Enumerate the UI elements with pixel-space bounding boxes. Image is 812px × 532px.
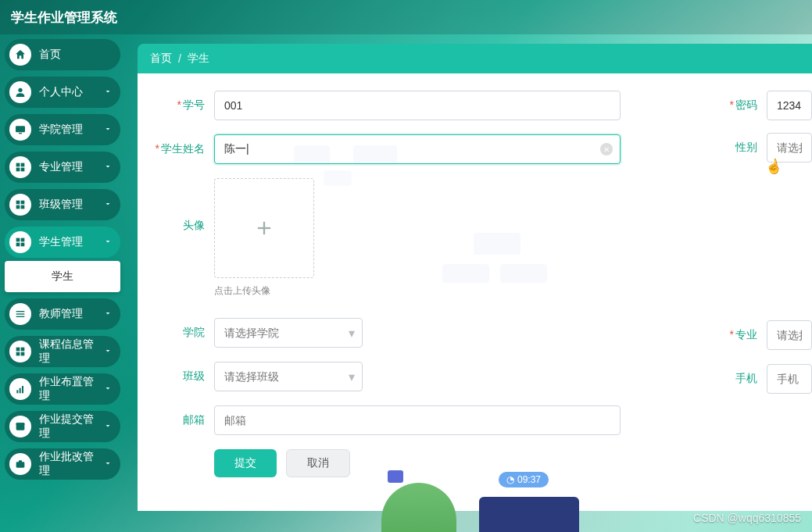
chevron-down-icon bbox=[103, 198, 113, 211]
sidebar-item-label: 学院管理 bbox=[39, 123, 83, 137]
bars-icon bbox=[9, 378, 31, 400]
sidebar-item-home[interactable]: 首页 bbox=[5, 39, 120, 70]
grid-icon bbox=[9, 231, 31, 253]
home-icon bbox=[9, 44, 31, 66]
svg-rect-26 bbox=[16, 423, 25, 425]
label-college: 学院 bbox=[138, 326, 214, 340]
decor-block bbox=[294, 145, 330, 164]
avatar-upload[interactable] bbox=[214, 178, 314, 278]
plus-icon bbox=[253, 217, 275, 239]
sidebar-item-assign[interactable]: 作业布置管理 bbox=[5, 373, 120, 405]
menu-icon bbox=[9, 303, 31, 325]
svg-rect-10 bbox=[21, 205, 25, 209]
sidebar-subitem-student[interactable]: 学生 bbox=[5, 261, 120, 292]
label-student-id: *学号 bbox=[138, 98, 214, 112]
svg-rect-16 bbox=[16, 313, 25, 314]
decor-block bbox=[353, 145, 397, 164]
sidebar-item-label: 作业布置管理 bbox=[39, 375, 95, 403]
sidebar-item-course[interactable]: 课程信息管理 bbox=[5, 336, 120, 367]
svg-rect-21 bbox=[21, 352, 25, 356]
watermark: CSDN @wqq6310855 bbox=[693, 512, 801, 524]
svg-rect-1 bbox=[16, 126, 25, 132]
case-icon bbox=[9, 453, 31, 475]
sidebar-item-submit[interactable]: 作业提交管理 bbox=[5, 411, 120, 442]
sidebar-item-label: 课程信息管理 bbox=[39, 337, 95, 366]
sidebar-item-class[interactable]: 班级管理 bbox=[5, 189, 120, 220]
display-icon bbox=[9, 119, 31, 141]
svg-rect-14 bbox=[21, 243, 25, 247]
chevron-down-icon bbox=[103, 420, 113, 433]
cancel-button[interactable]: 取消 bbox=[286, 449, 350, 477]
student-id-input[interactable] bbox=[214, 91, 621, 120]
sidebar-item-teacher[interactable]: 教师管理 bbox=[5, 298, 120, 330]
decor-block bbox=[474, 233, 520, 255]
college-select[interactable] bbox=[214, 318, 363, 348]
chevron-down-icon bbox=[103, 123, 113, 136]
label-avatar: 头像 bbox=[138, 178, 214, 233]
sidebar-item-major[interactable]: 专业管理 bbox=[5, 152, 120, 183]
svg-rect-11 bbox=[16, 238, 20, 242]
svg-rect-20 bbox=[16, 352, 20, 356]
svg-rect-23 bbox=[20, 388, 21, 394]
clear-icon[interactable]: ✕ bbox=[600, 143, 613, 155]
sidebar-item-student[interactable]: 学生管理 bbox=[5, 227, 120, 258]
grid-icon bbox=[9, 156, 31, 178]
chevron-down-icon bbox=[103, 161, 113, 173]
major-select[interactable] bbox=[767, 320, 812, 350]
clock-icon: ◔ bbox=[506, 474, 514, 485]
label-email: 邮箱 bbox=[138, 413, 214, 427]
chevron-down-icon bbox=[103, 308, 113, 320]
breadcrumb: 首页 / 学生 bbox=[138, 44, 812, 73]
decor-time-chip: ◔ 09:37 bbox=[499, 472, 549, 487]
label-class: 班级 bbox=[138, 370, 214, 384]
label-password: *密码 bbox=[714, 98, 767, 112]
window-icon bbox=[9, 416, 31, 437]
sidebar-item-label: 首页 bbox=[39, 48, 61, 62]
cursor-hand-icon: ☝️ bbox=[764, 156, 783, 176]
svg-rect-6 bbox=[21, 168, 25, 172]
svg-rect-19 bbox=[21, 348, 25, 352]
sidebar-item-label: 专业管理 bbox=[39, 160, 83, 174]
decor-block bbox=[500, 264, 547, 283]
sidebar-item-label: 班级管理 bbox=[39, 198, 83, 212]
decor-monitor bbox=[479, 497, 579, 532]
sidebar-item-label: 个人中心 bbox=[39, 85, 83, 99]
svg-rect-2 bbox=[19, 133, 22, 134]
label-phone: 手机 bbox=[714, 372, 767, 386]
student-name-input[interactable] bbox=[214, 134, 621, 164]
decor-block bbox=[442, 264, 489, 283]
svg-rect-12 bbox=[21, 238, 25, 242]
phone-input[interactable] bbox=[767, 364, 812, 394]
decor-speech-bubble bbox=[388, 470, 403, 483]
grid-icon bbox=[9, 194, 31, 216]
breadcrumb-root[interactable]: 首页 bbox=[150, 52, 172, 66]
sidebar-item-label: 学生管理 bbox=[39, 235, 83, 249]
class-select[interactable] bbox=[214, 362, 363, 391]
chevron-down-icon bbox=[103, 86, 113, 98]
submit-button[interactable]: 提交 bbox=[214, 449, 277, 477]
svg-rect-5 bbox=[16, 168, 20, 172]
sidebar-item-label: 作业提交管理 bbox=[39, 412, 95, 441]
email-input[interactable] bbox=[214, 405, 621, 435]
sidebar-subitem-label: 学生 bbox=[52, 270, 73, 284]
app-header: 学生作业管理系统 bbox=[0, 0, 812, 34]
svg-rect-7 bbox=[16, 201, 20, 205]
app-title: 学生作业管理系统 bbox=[11, 9, 117, 27]
chevron-down-icon bbox=[103, 458, 113, 470]
svg-rect-3 bbox=[16, 163, 20, 167]
breadcrumb-current: 学生 bbox=[188, 52, 209, 66]
grid-icon bbox=[9, 341, 31, 362]
sidebar: 首页 个人中心 学院管理 专业管理 班 bbox=[0, 34, 123, 532]
sidebar-item-college[interactable]: 学院管理 bbox=[5, 114, 120, 145]
svg-rect-28 bbox=[19, 460, 22, 462]
user-icon bbox=[9, 81, 31, 103]
label-major: *专业 bbox=[714, 328, 767, 342]
sidebar-item-profile[interactable]: 个人中心 bbox=[5, 77, 120, 108]
svg-rect-24 bbox=[22, 386, 23, 393]
password-input[interactable] bbox=[767, 91, 812, 120]
sidebar-item-review[interactable]: 作业批改管理 bbox=[5, 448, 120, 480]
svg-rect-9 bbox=[16, 205, 20, 209]
svg-rect-13 bbox=[16, 243, 20, 247]
form-panel: *学号 *密码 *学生姓名 bbox=[138, 73, 812, 511]
svg-rect-8 bbox=[21, 201, 25, 205]
